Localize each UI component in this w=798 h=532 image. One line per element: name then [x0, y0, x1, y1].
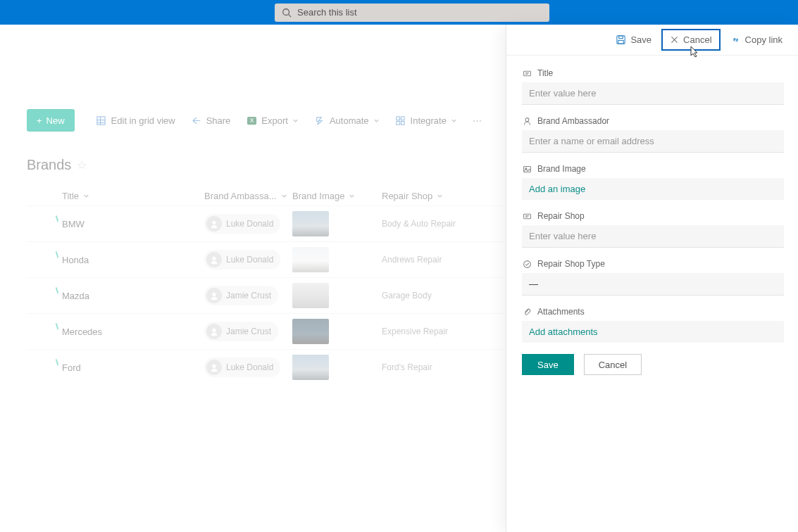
chevron-down-icon — [373, 118, 380, 124]
cell-shop: Ford's Repair — [382, 362, 494, 372]
cell-title: Honda — [27, 255, 204, 265]
avatar — [206, 216, 222, 232]
svg-rect-18 — [619, 36, 623, 39]
panel-commands: Save Cancel Copy link — [506, 25, 798, 56]
col-title[interactable]: Title — [27, 191, 204, 201]
svg-rect-19 — [618, 40, 624, 44]
cell-ambassador: Luke Donald — [204, 214, 292, 234]
svg-rect-11 — [401, 121, 405, 125]
shop-field[interactable] — [522, 225, 784, 248]
excel-icon: X — [246, 115, 257, 126]
cell-image — [292, 319, 382, 344]
choice-icon — [522, 259, 532, 269]
person-pill[interactable]: Jamie Crust — [204, 322, 278, 341]
integrate-icon — [395, 115, 406, 126]
share-button[interactable]: Share — [185, 110, 237, 130]
table-row[interactable]: BMW Luke Donald Body & Auto Repair — [27, 205, 506, 241]
person-pill[interactable]: Jamie Crust — [204, 286, 278, 305]
list-title: Brands ☆ — [27, 157, 87, 173]
table-row[interactable]: Mazda Jamie Crust Garage Body — [27, 277, 506, 313]
text-icon — [522, 68, 532, 78]
cell-ambassador: Luke Donald — [204, 250, 292, 270]
image-thumb[interactable] — [292, 355, 329, 380]
svg-text:X: X — [250, 117, 254, 124]
chevron-down-icon — [281, 193, 287, 199]
avatar — [206, 252, 222, 267]
svg-point-15 — [212, 329, 216, 332]
cancel-button[interactable]: Cancel — [584, 354, 642, 375]
col-ambassador[interactable]: Brand Ambassa... — [204, 191, 292, 201]
topbar: Search this list — [0, 0, 798, 25]
svg-point-14 — [212, 293, 216, 296]
save-button[interactable]: Save — [522, 354, 574, 375]
table-row[interactable]: Honda Luke Donald Andrews Repair — [27, 241, 506, 277]
plus-icon: + — [37, 115, 42, 126]
favorite-star-icon[interactable]: ☆ — [77, 158, 87, 172]
chevron-down-icon — [83, 193, 89, 199]
person-pill[interactable]: Luke Donald — [204, 250, 280, 270]
panel-save-button[interactable]: Save — [609, 30, 659, 49]
search-input[interactable]: Search this list — [275, 4, 549, 22]
panel-cancel-button[interactable]: Cancel — [661, 29, 720, 51]
more-button[interactable]: ⋯ — [467, 113, 487, 129]
new-button[interactable]: + New — [27, 109, 75, 132]
svg-line-1 — [289, 14, 292, 17]
link-icon — [730, 34, 741, 45]
edit-grid-button[interactable]: Edit in grid view — [90, 110, 181, 130]
cell-image — [292, 283, 382, 308]
cell-title: Mazda — [27, 291, 204, 301]
title-label: Title — [537, 68, 553, 78]
ambassador-field[interactable] — [522, 130, 784, 153]
add-image-link[interactable]: Add an image — [522, 178, 784, 200]
chevron-down-icon — [451, 118, 457, 124]
search-icon — [282, 8, 292, 18]
attachment-icon — [522, 307, 532, 317]
svg-point-16 — [212, 365, 216, 368]
person-pill[interactable]: Luke Donald — [204, 357, 280, 377]
automate-icon — [314, 115, 325, 126]
image-thumb[interactable] — [292, 283, 329, 308]
person-name: Jamie Crust — [226, 291, 271, 300]
cell-ambassador: Jamie Crust — [204, 286, 292, 305]
table-row[interactable]: Ford Luke Donald Ford's Repair — [27, 349, 506, 385]
new-item-panel: Save Cancel Copy link Title Brand Ambass… — [506, 25, 798, 532]
ambassador-label: Brand Ambassador — [537, 116, 609, 126]
svg-point-12 — [212, 221, 216, 224]
list-table: Title Brand Ambassa... Brand Image Repai… — [27, 186, 506, 385]
image-thumb[interactable] — [292, 247, 329, 272]
person-name: Luke Donald — [226, 362, 273, 372]
title-field[interactable] — [522, 82, 784, 105]
svg-rect-2 — [97, 116, 105, 124]
svg-rect-22 — [523, 71, 530, 76]
image-thumb[interactable] — [292, 319, 329, 344]
col-image[interactable]: Brand Image — [292, 191, 382, 201]
svg-point-0 — [283, 8, 289, 15]
cell-image — [292, 211, 382, 236]
svg-point-31 — [523, 260, 530, 267]
new-label: New — [46, 115, 65, 126]
cell-ambassador: Luke Donald — [204, 357, 292, 377]
export-button[interactable]: X Export — [240, 110, 304, 130]
shop-label: Repair Shop — [537, 211, 585, 221]
col-shop[interactable]: Repair Shop — [382, 191, 487, 201]
text-icon — [522, 211, 532, 221]
save-icon — [616, 34, 626, 45]
person-name: Luke Donald — [226, 219, 273, 229]
automate-button[interactable]: Automate — [308, 110, 385, 130]
integrate-button[interactable]: Integrate — [389, 110, 463, 130]
avatar — [206, 288, 222, 303]
person-pill[interactable]: Luke Donald — [204, 214, 280, 234]
cell-shop: Expensive Repair — [382, 327, 494, 336]
search-placeholder: Search this list — [297, 7, 357, 18]
cell-ambassador: Jamie Crust — [204, 322, 292, 341]
table-row[interactable]: Mercedes Jamie Crust Expensive Repair — [27, 313, 506, 349]
add-attachments-link[interactable]: Add attachments — [522, 321, 784, 343]
table-header: Title Brand Ambassa... Brand Image Repai… — [27, 186, 506, 205]
person-name: Jamie Crust — [226, 327, 271, 336]
attachments-label: Attachments — [537, 307, 585, 317]
svg-rect-10 — [397, 121, 400, 125]
cell-image — [292, 355, 382, 380]
shop-type-select[interactable]: — — [522, 273, 784, 296]
image-thumb[interactable] — [292, 211, 329, 236]
copy-link-button[interactable]: Copy link — [723, 30, 790, 49]
